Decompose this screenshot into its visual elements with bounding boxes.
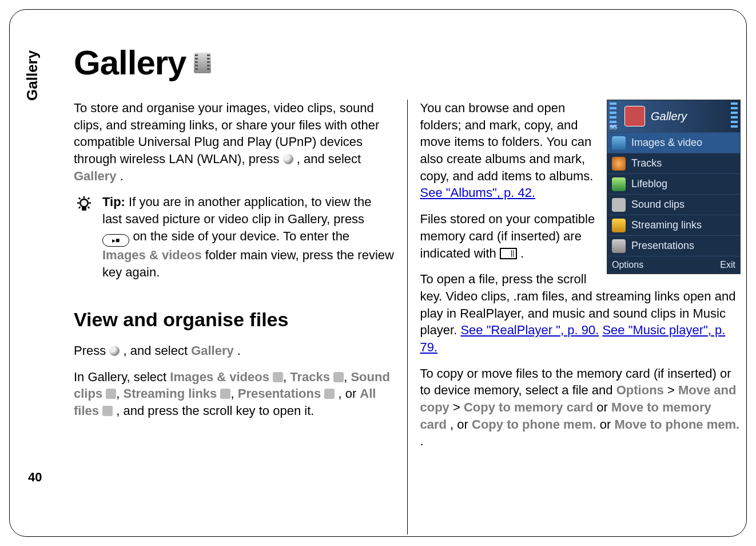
svg-line-6 [88, 198, 90, 200]
review-key-icon: ▸■ [102, 234, 129, 247]
network-3g-indicator: 3G [610, 124, 617, 132]
right-column: Gallery 3G Images & video Tracks Lifeblo… [407, 100, 741, 535]
all-files-icon [102, 406, 113, 416]
copy-to-phone-mem-menu-word: Copy to phone mem. [472, 417, 596, 432]
left-column: To store and organise your images, video… [74, 100, 407, 535]
tip-text-a: If you are in another application, to vi… [102, 195, 371, 226]
browse-text: You can browse and open folders; and mar… [420, 101, 594, 183]
breadcrumb-sep: > [667, 383, 678, 397]
intro-text-c: . [120, 169, 124, 183]
phone-list-item[interactable]: Presentations [607, 235, 740, 256]
svg-line-8 [88, 207, 90, 209]
open-file-paragraph: To open a file, press the scroll key. Vi… [420, 271, 741, 355]
tip-block: Tip: If you are in another application, … [74, 193, 395, 290]
phone-item-label: Lifeblog [631, 177, 667, 191]
lightbulb-icon [74, 193, 94, 214]
phone-item-label: Images & video [631, 136, 702, 149]
link-albums[interactable]: See "Albums", p. 42. [420, 185, 536, 200]
list-streaming-links: Streaming links [124, 386, 217, 401]
tracks-icon [333, 372, 344, 382]
phone-item-label: Streaming links [631, 218, 702, 232]
memory-card-icon [500, 248, 517, 259]
page-number: 40 [28, 470, 42, 485]
side-tab-label: Gallery [23, 50, 41, 101]
list-intro: In Gallery, select [74, 370, 170, 384]
section-heading: View and organise files [74, 307, 395, 333]
memcard-text-b: . [520, 246, 524, 260]
lifeblog-icon [612, 177, 626, 191]
svg-point-0 [80, 199, 87, 207]
images-videos-menu-word: Images & videos [102, 248, 202, 262]
press-text-a: Press [74, 343, 109, 358]
link-realplayer[interactable]: See "RealPlayer ", p. 90. [460, 323, 599, 337]
folder-list-paragraph: In Gallery, select Images & videos , Tra… [74, 369, 395, 420]
phone-screenshot: Gallery 3G Images & video Tracks Lifeblo… [607, 100, 741, 274]
presentations-icon [612, 239, 626, 253]
page-frame: Gallery 40 Gallery To store and organise… [9, 9, 747, 537]
intro-text-b: , and select [297, 152, 361, 166]
images-video-icon [612, 136, 626, 150]
phone-menu-list: Images & video Tracks Lifeblog Sound cli… [607, 132, 740, 256]
title-text: Gallery [74, 43, 186, 82]
list-tail: , and press the scroll key to open it. [116, 403, 314, 418]
press-paragraph: Press , and select Gallery . [74, 342, 395, 359]
phone-list-item[interactable]: Tracks [607, 153, 740, 173]
sound-clips-icon [106, 389, 116, 399]
phone-softkey-bar: Options Exit [607, 256, 740, 274]
phone-list-item[interactable]: Images & video [607, 132, 740, 153]
presentations-icon [324, 389, 335, 399]
sound-clips-icon [612, 198, 626, 212]
tracks-icon [612, 157, 626, 171]
tip-text-b: on the side of your device. To enter the [133, 229, 349, 243]
options-menu-word: Options [616, 383, 664, 397]
breadcrumb-sep: > [453, 400, 464, 414]
list-tracks: Tracks [290, 370, 330, 384]
press-text-c: . [237, 343, 241, 358]
phone-title-text: Gallery [651, 109, 687, 124]
tip-label: Tip: [102, 195, 125, 209]
svg-rect-9 [82, 207, 85, 210]
move-to-phone-mem-menu-word: Move to phone mem. [614, 417, 739, 432]
sep: , [283, 370, 290, 384]
phone-item-label: Tracks [631, 156, 662, 170]
or-word: or [600, 417, 615, 432]
phone-list-item[interactable]: Lifeblog [607, 173, 740, 194]
phone-item-label: Sound clips [631, 197, 685, 211]
sep: , [344, 370, 351, 384]
tip-paragraph: Tip: If you are in another application, … [102, 193, 395, 280]
film-reel-icon [194, 53, 211, 73]
softkey-options[interactable]: Options [612, 259, 643, 271]
sep: , [230, 386, 237, 401]
press-text-b: , and select [123, 343, 191, 358]
phone-list-item[interactable]: Streaming links [607, 215, 740, 235]
two-column-layout: To store and organise your images, video… [74, 100, 741, 535]
or-word: or [596, 400, 611, 414]
list-images-videos: Images & videos [170, 370, 269, 384]
menu-key-icon [109, 346, 120, 356]
list-or: , or [338, 386, 360, 401]
phone-item-label: Presentations [631, 239, 694, 252]
tail-dot: . [420, 434, 424, 448]
phone-titlebar: Gallery 3G [607, 100, 740, 132]
battery-bars-icon [731, 102, 738, 130]
svg-line-5 [79, 198, 81, 200]
gallery-app-icon [624, 106, 645, 126]
copy-move-paragraph: To copy or move files to the memory card… [420, 365, 741, 450]
intro-paragraph: To store and organise your images, video… [74, 100, 395, 184]
gallery-menu-word: Gallery [74, 169, 117, 183]
streaming-links-icon [220, 389, 230, 399]
images-videos-icon [273, 372, 283, 382]
page-title: Gallery [74, 43, 741, 82]
comma-or: , or [450, 417, 472, 432]
menu-key-icon [283, 154, 293, 164]
gallery-menu-word: Gallery [191, 343, 234, 358]
svg-line-7 [79, 207, 81, 209]
phone-list-item[interactable]: Sound clips [607, 194, 740, 215]
streaming-links-icon [612, 219, 626, 232]
content-area: Gallery To store and organise your image… [74, 43, 741, 523]
list-presentations: Presentations [238, 386, 321, 401]
copy-to-memory-card-menu-word: Copy to memory card [464, 400, 593, 414]
sep: , [116, 386, 123, 401]
softkey-exit[interactable]: Exit [720, 259, 735, 271]
